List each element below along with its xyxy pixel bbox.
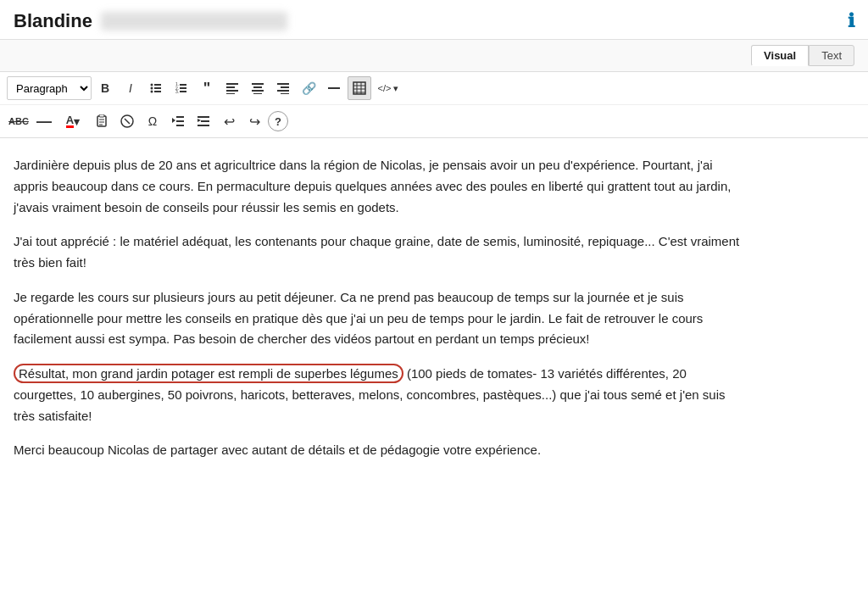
- svg-rect-1: [154, 84, 161, 86]
- svg-rect-21: [281, 86, 289, 88]
- svg-rect-44: [201, 120, 209, 122]
- tab-bar: Visual Text: [0, 40, 868, 72]
- svg-rect-24: [328, 87, 340, 89]
- link-button[interactable]: 🔗: [297, 76, 320, 100]
- blockquote-button[interactable]: ": [195, 76, 219, 100]
- tab-text[interactable]: Text: [809, 45, 854, 66]
- svg-rect-22: [277, 90, 289, 92]
- paragraph-3: Je regarde les cours sur plusieurs jours…: [14, 287, 749, 350]
- code-button[interactable]: </> ▾: [373, 76, 403, 100]
- svg-rect-3: [154, 87, 161, 89]
- svg-rect-9: [180, 87, 186, 89]
- info-icon[interactable]: ℹ: [848, 10, 854, 32]
- horizontal-rule-button[interactable]: —: [32, 109, 56, 133]
- page-wrapper: Blandine ℹ Visual Text Paragraph Heading…: [0, 0, 868, 590]
- paragraph-5: Merci beaucoup Nicolas de partager avec …: [14, 440, 749, 461]
- paste-word-button[interactable]: [90, 109, 114, 133]
- blurred-info: [101, 12, 287, 31]
- paragraph-2: J'ai tout apprécié : le matériel adéquat…: [14, 231, 749, 274]
- svg-rect-16: [252, 83, 264, 85]
- svg-rect-33: [99, 114, 104, 117]
- svg-point-4: [151, 91, 153, 93]
- svg-rect-43: [198, 116, 209, 118]
- toolbar-row-2: ABC — A ▾ Ω ↩ ↪ ?: [0, 104, 868, 137]
- special-char-button[interactable]: Ω: [141, 109, 164, 133]
- editor-content[interactable]: Jardinière depuis plus de 20 ans et agri…: [0, 138, 763, 492]
- toolbar-row-1: Paragraph Heading 1 Heading 2 Heading 3 …: [0, 72, 868, 104]
- paragraph-4: Résultat, mon grand jardin potager est r…: [14, 364, 749, 426]
- circled-text: Résultat, mon grand jardin potager est r…: [14, 364, 403, 383]
- svg-rect-20: [277, 83, 289, 85]
- remove-format-button[interactable]: [115, 109, 139, 133]
- more-button[interactable]: [322, 76, 346, 100]
- text-color-button[interactable]: A ▾: [58, 109, 88, 133]
- svg-rect-39: [176, 116, 184, 118]
- ordered-list-button[interactable]: 1.2.3.: [170, 76, 193, 100]
- author-name: Blandine: [14, 10, 92, 32]
- undo-button[interactable]: ↩: [217, 109, 241, 133]
- svg-marker-46: [198, 119, 201, 122]
- svg-rect-11: [180, 91, 186, 92]
- svg-rect-15: [226, 93, 235, 94]
- align-left-button[interactable]: [220, 76, 244, 100]
- svg-rect-45: [198, 125, 209, 126]
- svg-rect-14: [226, 90, 238, 92]
- svg-rect-40: [176, 120, 184, 122]
- strikethrough-button[interactable]: ABC: [7, 109, 31, 133]
- toolbar-area: Paragraph Heading 1 Heading 2 Heading 3 …: [0, 72, 868, 138]
- svg-text:3.: 3.: [175, 89, 179, 94]
- svg-rect-19: [253, 93, 262, 94]
- align-right-button[interactable]: [271, 76, 295, 100]
- header-left: Blandine: [14, 10, 287, 32]
- outdent-button[interactable]: [166, 109, 190, 133]
- svg-rect-17: [253, 86, 262, 88]
- svg-marker-42: [172, 118, 175, 123]
- redo-button[interactable]: ↪: [242, 109, 266, 133]
- unordered-list-button[interactable]: [144, 76, 168, 100]
- svg-rect-7: [180, 84, 186, 86]
- paragraph-select[interactable]: Paragraph Heading 1 Heading 2 Heading 3: [7, 76, 92, 100]
- svg-rect-23: [281, 93, 289, 94]
- svg-line-38: [125, 119, 130, 124]
- svg-rect-41: [176, 125, 184, 126]
- svg-point-0: [151, 84, 153, 86]
- align-center-button[interactable]: [246, 76, 270, 100]
- header: Blandine ℹ: [0, 0, 868, 40]
- help-button[interactable]: ?: [268, 111, 288, 131]
- paragraph-1: Jardinière depuis plus de 20 ans et agri…: [14, 155, 749, 218]
- svg-point-2: [151, 87, 153, 90]
- indent-button[interactable]: [192, 109, 215, 133]
- svg-rect-12: [226, 83, 238, 85]
- svg-rect-5: [154, 91, 161, 92]
- table-button[interactable]: [348, 76, 371, 100]
- svg-rect-18: [252, 90, 264, 92]
- tab-visual[interactable]: Visual: [751, 45, 809, 66]
- bold-button[interactable]: B: [93, 76, 117, 100]
- italic-button[interactable]: I: [119, 76, 142, 100]
- svg-rect-13: [226, 86, 235, 88]
